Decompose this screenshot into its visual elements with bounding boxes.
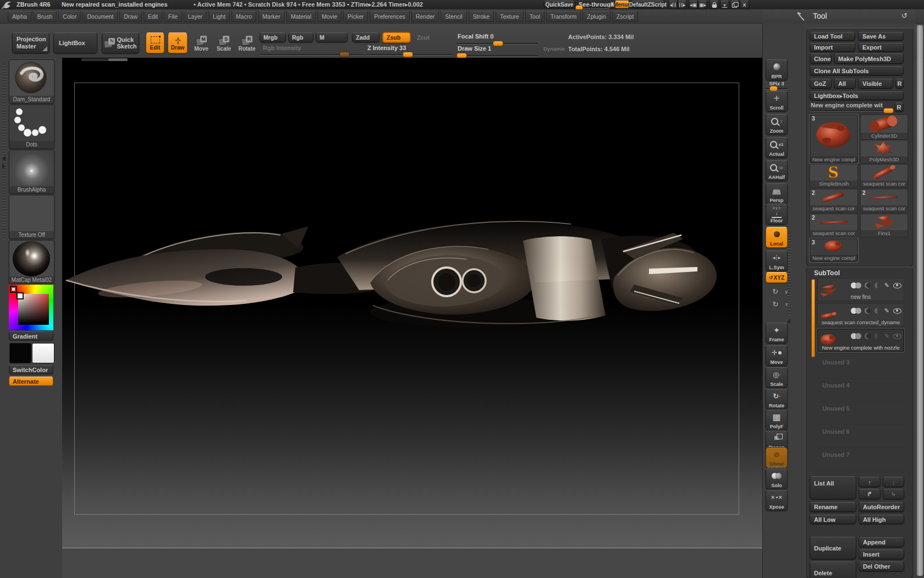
scale-gyro-button[interactable]: SScale [215,34,233,53]
save-as-button[interactable]: Save As [858,32,904,41]
layers-crescent-icon[interactable] [865,282,871,288]
right-tray-arrow-icon[interactable] [2,163,6,169]
duplicate-button[interactable]: Duplicate [810,537,856,559]
current-material-thumb[interactable]: MatCap Metal02 [9,240,54,284]
frame-button[interactable]: ⌖Frame [766,323,788,343]
projection-master-button[interactable]: ProjectionMaster [12,32,50,53]
all-low-button[interactable]: All Low [810,515,856,524]
append-button[interactable]: Append [859,537,904,547]
import-button[interactable]: Import [810,43,855,52]
insert-button[interactable]: Insert [859,549,904,559]
export-button[interactable]: Export [858,43,904,52]
draw-button[interactable]: -¦- Draw [168,32,188,53]
subtool-row-engine-selected[interactable]: ✎ New engine complete with nozzle [817,329,904,352]
secondary-color-swatch[interactable] [32,343,54,363]
menus-button[interactable]: Menus [615,1,629,8]
z-intensity-slider[interactable] [366,54,452,56]
pick-icon[interactable] [796,12,805,21]
menu-marker[interactable]: Marker [258,11,285,22]
actual-button[interactable]: x1Actual [766,137,788,158]
menu-material[interactable]: Material [287,11,316,22]
visibility-eye-icon[interactable] [893,308,901,314]
floor-button[interactable]: x y z↓Floor [766,204,788,225]
zoom-button[interactable]: ↕Zoom [766,114,788,135]
current-stroke-thumb[interactable]: Dots [9,105,54,149]
all-high-button[interactable]: All High [859,515,904,524]
current-tool-r-button[interactable]: R [894,102,904,112]
menu-edit[interactable]: Edit [144,11,162,22]
menu-layer[interactable]: Layer [184,11,207,22]
right-tray-divider[interactable] [788,233,791,315]
document-canvas[interactable] [62,58,762,548]
menu-light[interactable]: Light [208,11,230,22]
paint-brush-icon[interactable]: ✎ [884,282,889,289]
mrgb-button[interactable]: Mrgb [260,32,286,42]
alternate-button[interactable]: Alternate [9,377,53,386]
draw-size-slider[interactable] [457,55,538,57]
gradient-button[interactable]: Gradient [9,331,53,341]
color-picker[interactable] [9,285,53,330]
goz-button[interactable]: GoZ [810,79,832,89]
subtool-row-unused-6[interactable]: Unused 6 [817,425,904,448]
make-polymesh3d-button[interactable]: Make PolyMesh3D [834,53,904,64]
menu-stroke[interactable]: Stroke [469,11,494,22]
see-through-slider[interactable] [575,7,609,9]
menu-tool[interactable]: Tool [525,11,544,22]
switchcolor-button[interactable]: SwitchColor [9,365,53,374]
expand-palettes-right-icon[interactable]: ▸ [678,1,687,9]
palette-scrollbar[interactable] [916,25,923,576]
subtool-row-unused-5[interactable]: Unused 5 [817,402,904,425]
local-button[interactable]: Local [766,227,788,248]
clone-button[interactable]: Clone [810,53,832,64]
goz-all-button[interactable]: All [834,79,856,89]
right-tray-handle-icon[interactable] [787,319,790,324]
menu-preferences[interactable]: Preferences [370,11,410,22]
tool-thumb-engine-small[interactable]: 3 New engine compl [810,238,858,262]
menu-transform[interactable]: Transform [546,11,581,22]
paint-brush-icon[interactable]: ✎ [884,332,889,340]
zsub-button[interactable]: Zsub [382,32,411,43]
rgb-button[interactable]: Rgb [288,32,314,42]
edit-button[interactable]: Edit [146,32,164,53]
restore-configuration-icon[interactable]: ↺ [901,12,908,20]
contrast-half-icon[interactable] [875,282,881,288]
sv-cursor-icon[interactable] [16,292,24,299]
m-button[interactable]: M [316,32,348,42]
subtool-scroll-indicator[interactable] [811,279,815,357]
quicksave-button[interactable]: QuickSave [543,1,575,8]
menu-zscript[interactable]: Zscript [612,11,639,22]
scroll-button[interactable]: ✛Scroll [766,91,788,112]
spix-slider[interactable] [766,88,788,90]
subtool-row-seaquest[interactable]: ✎ seaquest scan corrected_dyname [817,303,904,326]
tool-thumb-seaquest-1[interactable]: seaquest scan cor [860,164,908,188]
subtool-up-button[interactable]: ↑ [859,477,881,487]
lightbox-tools-button[interactable]: Lightbox▸Tools [810,91,904,100]
rotate-gyro-button[interactable]: RRotate [237,34,257,53]
bpr-button[interactable]: BPR [766,59,788,80]
move-button[interactable]: ✛Move [766,345,788,366]
persp-button[interactable]: ▦Persp [766,183,788,204]
delete-button[interactable]: Delete [810,561,856,578]
menu-file[interactable]: File [164,11,182,22]
current-tool-slider[interactable] [811,110,892,112]
spin-y-button[interactable]: ↻y [766,286,788,297]
move-gyro-button[interactable]: MMove [192,34,211,53]
polypaint-pair-icon[interactable] [851,282,861,288]
goz-visible-button[interactable]: Visible [858,79,893,89]
menu-draw[interactable]: Draw [119,11,142,22]
shrink-palettes-left-icon[interactable]: ◂ [668,1,678,9]
contrast-half-icon[interactable] [875,333,881,339]
zadd-button[interactable]: Zadd [352,32,380,42]
focal-shift-slider[interactable] [457,43,538,45]
current-brush-thumb[interactable]: Dam_Standard [9,59,54,103]
menu-brush[interactable]: Brush [33,11,57,22]
left-tray-divider[interactable] [3,63,6,239]
polypaint-pair-icon[interactable] [851,308,861,314]
clone-all-subtools-button[interactable]: Clone All SubTools [810,66,904,75]
lsym-button[interactable]: ◂┆▸L.Sym [766,250,788,271]
rename-button[interactable]: Rename [810,502,856,512]
subtool-row-unused-4[interactable]: Unused 4 [817,379,904,402]
subtool-move-down-hierarchy-button[interactable]: ↳ [883,489,904,499]
subtool-move-up-hierarchy-button[interactable]: ↱ [859,489,881,499]
menu-picker[interactable]: Picker [343,11,368,22]
